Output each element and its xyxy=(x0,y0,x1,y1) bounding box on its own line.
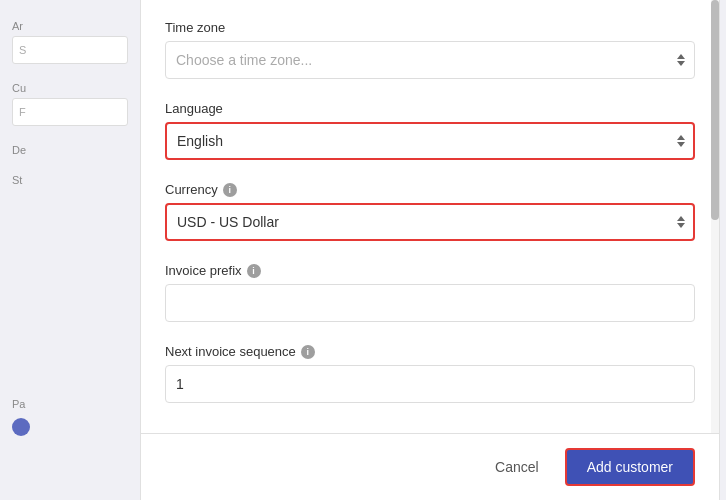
bg-label-de: De xyxy=(12,144,128,156)
invoice-prefix-info-icon[interactable]: i xyxy=(247,264,261,278)
timezone-label: Time zone xyxy=(165,20,695,35)
language-group: Language English xyxy=(165,101,695,160)
bg-row-1: Ar S xyxy=(12,20,128,64)
scrollbar-thumb[interactable] xyxy=(711,0,719,220)
next-invoice-sequence-input[interactable] xyxy=(165,365,695,403)
modal-footer: Cancel Add customer xyxy=(141,433,719,500)
language-label: Language xyxy=(165,101,695,116)
bg-row-4: St xyxy=(12,174,128,186)
currency-select-wrapper[interactable]: USD - US Dollar xyxy=(165,203,695,241)
cancel-button[interactable]: Cancel xyxy=(481,451,553,483)
invoice-prefix-group: Invoice prefix i xyxy=(165,263,695,322)
next-invoice-sequence-label: Next invoice sequence i xyxy=(165,344,695,359)
currency-label: Currency i xyxy=(165,182,695,197)
modal-body: Time zone Choose a time zone... Language… xyxy=(141,0,719,433)
invoice-prefix-input[interactable] xyxy=(165,284,695,322)
currency-select[interactable]: USD - US Dollar xyxy=(165,203,695,241)
bg-label-ar: Ar xyxy=(12,20,128,32)
bg-label-pa: Pa xyxy=(12,398,30,410)
circle-indicator xyxy=(12,418,30,436)
background-panel: Ar S Cu F De St Pa xyxy=(0,0,140,500)
bg-bottom-section: Pa xyxy=(12,398,30,440)
next-invoice-sequence-group: Next invoice sequence i xyxy=(165,344,695,403)
language-select[interactable]: English xyxy=(165,122,695,160)
bg-label-cu: Cu xyxy=(12,82,128,94)
modal-dialog: Time zone Choose a time zone... Language… xyxy=(140,0,720,500)
currency-group: Currency i USD - US Dollar xyxy=(165,182,695,241)
timezone-select[interactable]: Choose a time zone... xyxy=(165,41,695,79)
timezone-select-wrapper[interactable]: Choose a time zone... xyxy=(165,41,695,79)
invoice-prefix-label: Invoice prefix i xyxy=(165,263,695,278)
bg-label-st: St xyxy=(12,174,128,186)
language-select-wrapper[interactable]: English xyxy=(165,122,695,160)
add-customer-button[interactable]: Add customer xyxy=(565,448,695,486)
timezone-group: Time zone Choose a time zone... xyxy=(165,20,695,79)
bg-row-2: Cu F xyxy=(12,82,128,126)
bg-row-3: De xyxy=(12,144,128,156)
scrollbar-track[interactable] xyxy=(711,0,719,433)
bg-input-f: F xyxy=(12,98,128,126)
next-invoice-info-icon[interactable]: i xyxy=(301,345,315,359)
bg-input-s: S xyxy=(12,36,128,64)
currency-info-icon[interactable]: i xyxy=(223,183,237,197)
